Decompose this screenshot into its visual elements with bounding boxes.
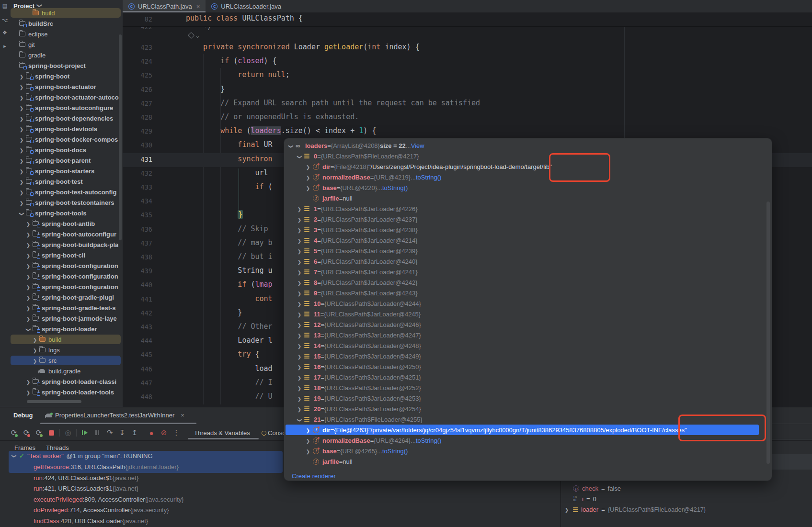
tree-row-spring-boot-test[interactable]: ❯spring-boot-test [10, 176, 123, 187]
debugger-node-11[interactable]: ❯11 = {URLClassPath$JarLoader@4245} [285, 309, 764, 319]
tree-row-eclipse[interactable]: eclipse [10, 29, 123, 39]
chevron-right-icon[interactable]: ❯ [306, 186, 310, 191]
tree-row-buildSrc[interactable]: buildSrc [10, 18, 123, 29]
debugger-node-12[interactable]: ❯12 = {URLClassPath$JarLoader@4246} [285, 319, 764, 330]
debugger-node-9[interactable]: ❯9 = {URLClassPath$JarLoader@4243} [285, 288, 764, 298]
tree-row-build[interactable]: ❯build [10, 334, 123, 345]
debugger-node-10[interactable]: ❯10 = {URLClassPath$JarLoader@4244} [285, 298, 764, 309]
tree-row-spring-boot-configuration[interactable]: ❯spring-boot-configuration [10, 271, 123, 281]
tree-row-spring-boot-actuator[interactable]: ❯spring-boot-actuator [10, 81, 123, 92]
chevron-right-icon[interactable]: ❯ [306, 449, 310, 454]
debugger-node-0[interactable]: ❯0 = {URLClassPath$FileLoader@4217} [285, 151, 764, 161]
tab-urlclassloader[interactable]: C URLClassLoader.java [206, 0, 287, 12]
tree-row-spring-boot-buildpack-pla[interactable]: ❯spring-boot-buildpack-pla [10, 239, 123, 250]
rerun-button[interactable]: ⟳ [8, 427, 20, 438]
debugger-node-2[interactable]: ❯2 = {URLClassPath$JarLoader@4237} [285, 214, 764, 224]
step-over-button[interactable]: ↷ [103, 427, 116, 438]
chevron-down-icon[interactable]: ❯ [297, 155, 302, 159]
tree-row-spring-boot-testcontainers[interactable]: ❯spring-boot-testcontainers [10, 197, 123, 208]
tree-row-spring-boot-devtools[interactable]: ❯spring-boot-devtools [10, 123, 123, 134]
tree-row-spring-boot-autoconfigur[interactable]: ❯spring-boot-autoconfigur [10, 229, 123, 239]
code-line-423[interactable]: 423private synchronized Loader getLoader… [123, 41, 812, 55]
resume-button[interactable] [79, 427, 91, 438]
debugger-node-8[interactable]: ❯8 = {URLClassPath$JarLoader@4242} [285, 277, 764, 288]
chevron-down-icon[interactable]: ❯ [26, 327, 31, 332]
chevron-right-icon[interactable]: ❯ [306, 428, 310, 433]
tree-row-spring-boot-loader-tools[interactable]: ❯spring-boot-loader-tools [10, 387, 123, 397]
chevron-right-icon[interactable]: ❯ [26, 275, 31, 280]
chevron-right-icon[interactable]: ❯ [26, 243, 31, 248]
structure-tool-icon[interactable]: ❖ [1, 30, 8, 36]
tree-row-build.gradle[interactable]: build.gradle [10, 366, 123, 376]
debugger-node-13[interactable]: ❯13 = {URLClassPath$JarLoader@4247} [285, 330, 764, 340]
stack-frame-row[interactable]: findClass:420, URLClassLoader {java.net} [34, 517, 148, 525]
chevron-right-icon[interactable]: ❯ [26, 306, 31, 311]
tree-row-spring-boot-tools[interactable]: ❯spring-boot-tools [10, 208, 123, 218]
chevron-right-icon[interactable]: ❯ [297, 344, 302, 349]
debugger-node-base[interactable]: ❯fbase = {URL@4265} ... toString() [285, 446, 764, 456]
tab-urlclasspath[interactable]: C URLClassPath.java × [123, 0, 206, 12]
chevron-right-icon[interactable]: ❯ [297, 292, 302, 296]
tab-frames[interactable]: Frames [14, 444, 35, 451]
debugger-node-loaders[interactable]: ❯∞loaders = {ArrayList@4208} size = 22 .… [285, 140, 764, 151]
debug-session-tab[interactable]: PropertiesLauncherTests2.testJarWithInne… [46, 412, 184, 419]
chevron-right-icon[interactable]: ❯ [306, 165, 310, 170]
chevron-right-icon[interactable]: ❯ [297, 313, 302, 317]
tostring-link[interactable]: toString() [416, 174, 441, 181]
tree-row-spring-boot-loader[interactable]: ❯spring-boot-loader [10, 324, 123, 334]
stack-frame-row[interactable]: getResource:316, URLClassPath {jdk.inter… [34, 463, 179, 471]
debugger-node-19[interactable]: ❯19 = {URLClassPath$JarLoader@4253} [285, 393, 764, 404]
chevron-right-icon[interactable]: ❯ [33, 348, 37, 353]
chevron-right-icon[interactable]: ❯ [297, 302, 302, 307]
tree-row-spring-boot-loader-classi[interactable]: ❯spring-boot-loader-classi [10, 376, 123, 387]
chevron-right-icon[interactable]: ❯ [297, 207, 302, 212]
tree-row-spring-boot-docs[interactable]: ❯spring-boot-docs [10, 145, 123, 155]
pause-button[interactable] [91, 427, 103, 438]
chevron-right-icon[interactable]: ❯ [297, 397, 302, 402]
chevron-down-icon[interactable]: ❯ [297, 418, 302, 423]
tree-row-spring-boot-test-autoconfig[interactable]: ❯spring-boot-test-autoconfig [10, 187, 123, 197]
debugger-node-base[interactable]: ❯fbase = {URL@4220} ... toString() [285, 182, 764, 193]
rerun-failed-tests-button[interactable]: ⟳ [20, 427, 33, 438]
tostring-link[interactable]: toString() [382, 448, 408, 455]
stack-frame-row[interactable]: executePrivileged:809, AccessController … [34, 496, 184, 503]
chevron-down-icon[interactable]: ❯ [288, 144, 293, 149]
debugger-node-14[interactable]: ❯14 = {URLClassPath$JarLoader@4248} [285, 340, 764, 351]
chevron-right-icon[interactable]: ❯ [19, 138, 24, 143]
chevron-right-icon[interactable]: ❯ [297, 281, 302, 286]
evaluate-expression-button[interactable]: ◎ [62, 427, 74, 438]
tree-row-spring-boot-parent[interactable]: ❯spring-boot-parent [10, 155, 123, 166]
tree-row-spring-boot-jarmode-laye[interactable]: ❯spring-boot-jarmode-laye [10, 313, 123, 324]
debugger-node-15[interactable]: ❯15 = {URLClassPath$JarLoader@4249} [285, 351, 764, 361]
tree-row-build[interactable]: build [10, 8, 123, 18]
stack-frame-row[interactable]: run:424, URLClassLoader$1 {java.net} [34, 474, 138, 482]
chevron-right-icon[interactable]: ❯ [26, 285, 31, 290]
debugger-node-1[interactable]: ❯1 = {URLClassPath$JarLoader@4226} [285, 203, 764, 214]
chevron-down-icon[interactable]: ❯ [19, 212, 24, 216]
mute-breakpoints-button[interactable]: ● [145, 427, 158, 438]
chevron-right-icon[interactable]: ❯ [26, 391, 31, 395]
code-line-424[interactable]: 424if (closed) { [123, 55, 812, 69]
project-tool-icon[interactable]: ▤ [1, 3, 8, 9]
debugger-node-16[interactable]: ❯16 = {URLClassPath$JarLoader@4250} [285, 361, 764, 372]
chevron-right-icon[interactable]: ❯ [26, 317, 31, 322]
tree-row-spring-boot[interactable]: ❯spring-boot [10, 71, 123, 81]
variable-row-loader[interactable]: ❯loader = {URLClassPath$FileLoader@4217} [564, 506, 706, 513]
chevron-right-icon[interactable]: ❯ [26, 264, 31, 269]
debugger-node-3[interactable]: ❯3 = {URLClassPath$JarLoader@4238} [285, 224, 764, 235]
tree-row-spring-boot-docker-compos[interactable]: ❯spring-boot-docker-compos [10, 134, 123, 145]
debugger-node-18[interactable]: ❯18 = {URLClassPath$JarLoader@4252} [285, 382, 764, 393]
tree-row-spring-boot-actuator-autoco[interactable]: ❯spring-boot-actuator-autoco [10, 92, 123, 102]
chevron-right-icon[interactable]: ❯ [19, 180, 24, 185]
tree-row-src[interactable]: ❯src [10, 355, 123, 366]
debugger-node-6[interactable]: ❯6 = {URLClassPath$JarLoader@4240} [285, 256, 764, 267]
tab-threads[interactable]: Threads [46, 444, 69, 451]
create-renderer-link[interactable]: Create renderer [292, 472, 336, 480]
method-inlay[interactable]: ⌄ [189, 32, 200, 39]
chevron-right-icon[interactable]: ❯ [297, 365, 302, 370]
debugger-node-normalizedBase[interactable]: ❯fnormalizedBase = {URL@4219} ... toStri… [285, 172, 764, 182]
debugger-node-4[interactable]: ❯4 = {URLClassPath$JarLoader@4214} [285, 235, 764, 246]
chevron-right-icon[interactable]: ❯ [297, 334, 302, 338]
variable-row-check[interactable]: pcheck = false [564, 485, 621, 492]
variable-row-i[interactable]: 1001i = 0 [564, 495, 596, 503]
